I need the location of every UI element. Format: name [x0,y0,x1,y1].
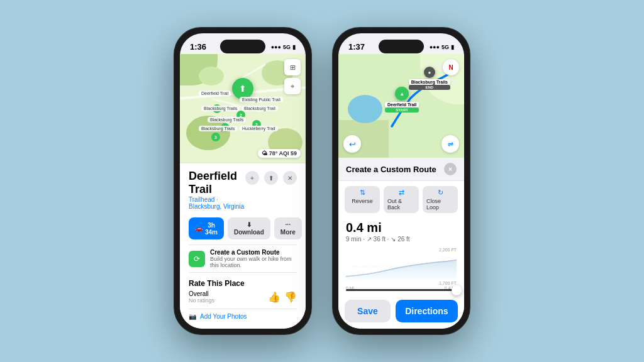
reverse-icon: ⇅ [360,189,365,197]
rate-icons: 👍 👎 [268,291,297,303]
slider-thumb[interactable] [452,285,462,295]
main-map-marker[interactable]: ⬆ [232,78,253,99]
distance-main: 0.4 mi [346,221,457,235]
aqi-value: AQI 59 [279,150,297,156]
rate-section: Rate This Place Overall No ratings 👍 👎 [189,277,297,306]
custom-route-icon: ⟳ [189,251,205,267]
panel-title-2: Create a Custom Route [346,165,436,174]
more-btn[interactable]: ··· More [274,217,302,239]
battery-icon-1: ▮ [292,44,296,50]
back-btn-map[interactable]: ↩ [343,135,361,153]
elevation-svg [346,253,457,280]
bottom-panel-1: Deerfield Trail Trailhead · Blacksburg, … [180,163,306,329]
start-pin-icon: ▲ [399,91,404,97]
cluster-4[interactable]: 3 [211,133,220,141]
compass-btn[interactable]: N [443,59,459,75]
bottom-panel-2: Create a Custom Route × ⇅ Reverse ⇄ Out … [338,158,464,329]
compass-container: N [443,59,459,75]
rate-title: Rate This Place [189,279,297,288]
map-background-2: ▲ Deerfield Trail START ● Blacks [338,54,464,158]
status-icons-2: ●●● 5G ▮ [430,44,454,50]
start-trail-label: Deerfield Trail [385,102,419,107]
end-tag: END [409,85,450,90]
thumbs-up-icon[interactable]: 👍 [268,291,280,303]
thumbs-down-icon[interactable]: 👎 [284,291,297,303]
distance-sub: 9 min · ↗ 36 ft · ↘ 26 ft [346,236,457,243]
map-label-blacksburg2: Blacksburg Trail [242,106,278,111]
start-pin-circle: ▲ [395,87,409,101]
map-label-existing: Existing Public Trail [240,97,283,102]
close-icon-2: × [448,166,452,173]
terrain-5 [199,67,224,85]
map-area-2[interactable]: ▲ Deerfield Trail START ● Blacks [338,54,464,158]
start-tag: START [385,107,419,112]
download-btn[interactable]: ⬇ Download [228,217,270,239]
phone-2: 1:37 ●●● 5G ▮ [332,27,470,335]
map-label-huckleberry: Huckleberry Trail [240,126,278,131]
signal-icon-1: ●●● [271,44,281,50]
route-icon: ⟳ [194,255,200,263]
map-location-btn[interactable]: ⌖ [284,78,301,94]
directions-button[interactable]: Directions [396,300,458,322]
location-icon: ⌖ [291,82,294,90]
bottom-action-row: Save Directions [338,296,464,329]
add-btn[interactable]: + [245,171,259,185]
trail-location[interactable]: Blacksburg, Virginia [189,203,244,210]
network-icon-2: 5G [441,44,449,50]
rate-overall-label: Overall [189,290,214,297]
marker-icon: ⬆ [239,84,247,94]
elevation-labels-top: 2,200 FT [346,248,457,252]
rate-no-ratings: No ratings [189,297,214,304]
temp-value: 🌤 78° [262,150,277,156]
start-pin: ▲ Deerfield Trail START [385,87,419,112]
trail-header-icons: + ⬆ ✕ [245,171,297,185]
time-1: 1:36 [190,42,206,52]
phone-1-screen: 1:36 ●●● 5G ▮ [180,33,306,329]
reverse-btn[interactable]: ⇅ Reverse [345,186,380,213]
directions-btn-1[interactable]: 🚗 3h 34m [189,217,224,239]
add-photos-label: Add Your Photos [200,313,247,320]
time-label: 9 min [346,236,361,243]
close-loop-btn[interactable]: ↻ Close Loop [423,186,458,213]
save-button[interactable]: Save [345,300,391,322]
dynamic-island-2 [379,40,424,53]
more-icon: ··· [286,221,291,228]
route-type-row: ⇅ Reverse ⇄ Out & Back ↻ Close Loop [338,181,464,217]
download-icon: ⬇ [247,221,252,228]
filter-btn-map[interactable]: ⇌ [441,135,459,153]
map-layers-btn[interactable]: ⊞ [284,59,301,75]
temperature-badge: 🌤 78° AQI 59 [258,149,301,158]
share-btn[interactable]: ⬆ [264,171,278,185]
out-back-label: Out & Back [387,198,415,211]
map-label-blacksburg4: Blacksburg Trails [199,126,237,131]
network-icon-1: 5G [283,44,291,50]
rate-row: Overall No ratings 👍 👎 [189,290,297,304]
elevation-down-label: ↘ 26 ft [391,236,409,243]
map-label-blacksburg1: Blacksburg Trails [201,106,240,111]
elevation-label-bottom-right: 1,700 FT [346,281,457,285]
status-icons-1: ●●● 5G ▮ [271,44,296,50]
elevation-chart: 2,200 FT [346,248,457,285]
out-back-btn[interactable]: ⇄ Out & Back [384,186,419,213]
elev-top-label: 2,200 FT [439,248,457,252]
add-photos-row[interactable]: 📷 Add Your Photos [189,309,297,324]
custom-route-row[interactable]: ⟳ Create a Custom Route Build your own w… [189,244,297,273]
out-back-icon: ⇄ [399,189,404,197]
reverse-label: Reverse [352,198,373,204]
map-area-1[interactable]: ⬆ 3 2 2 3 2 [180,54,306,163]
phone-1: 1:36 ●●● 5G ▮ [174,27,312,335]
phones-container: 1:36 ●●● 5G ▮ [174,27,470,335]
slider-track [346,289,457,291]
car-icon: 🚗 [195,225,203,232]
panel-header-2: Create a Custom Route × [338,158,464,181]
close-btn-2[interactable]: × [444,163,457,175]
distance-info: 0.4 mi 9 min · ↗ 36 ft · ↘ 26 ft [338,217,464,245]
phone-2-screen: 1:37 ●●● 5G ▮ [338,33,464,329]
slider-container[interactable] [338,289,464,296]
map-label-deerfield: Deerfield Trail [199,90,231,96]
close-btn[interactable]: ✕ [283,171,297,185]
map-label-blacksburg3: Blacksburg Trails [208,117,246,123]
trail-name: Deerfield Trail [189,170,245,196]
map-controls-1: ⊞ ⌖ [284,59,301,94]
end-trail-label: Blacksburg Trails [409,79,450,85]
